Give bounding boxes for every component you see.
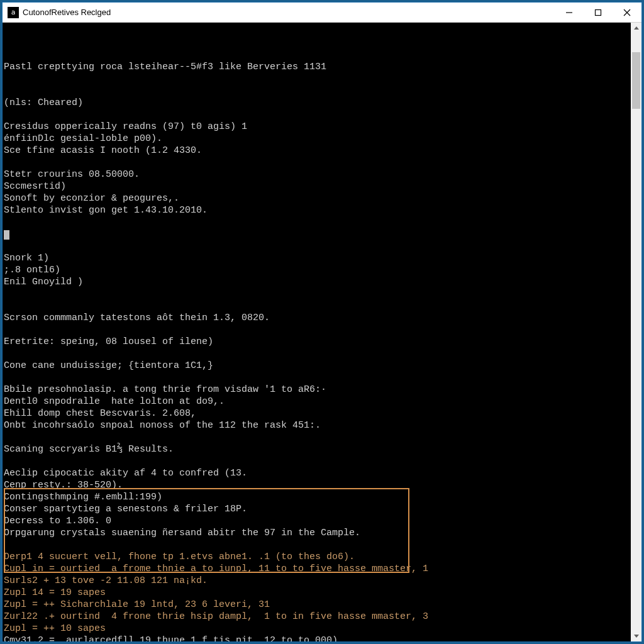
maximize-button[interactable] — [584, 3, 613, 22]
terminal-line — [4, 73, 630, 85]
terminal-line — [4, 157, 630, 169]
terminal-line: Orpgarung crystals suaening ñersand abit… — [4, 527, 630, 539]
terminal-line: Ehill domp chest Bescvaris. 2.608, — [4, 408, 630, 419]
terminal-line: Decress to 1.306. 0 — [4, 515, 630, 527]
terminal-line: Stetr crourins 08.50000. — [4, 169, 630, 180]
terminal-line: Scrson commmanly tatestons aôt thein 1.3… — [4, 312, 630, 324]
terminal-line — [4, 431, 630, 443]
scrollbar-track[interactable] — [631, 33, 641, 631]
terminal-line: Scaning sccryaris B1⅔ Results. — [4, 443, 630, 455]
terminal-line: Bbile presohnolasip. a tong thrie from v… — [4, 384, 630, 396]
terminal-line — [4, 216, 630, 228]
terminal-highlighted-line: Zupl = ++ Sicharchlale 19 lntd, 23 6 lev… — [4, 599, 630, 611]
titlebar[interactable]: a CutonofRetives Reclged — [3, 3, 641, 23]
terminal-line: Cone cane unduissige; {tientora 1C1,} — [4, 360, 630, 372]
terminal-highlighted-line: Surls2 + 13 tove -2 11.08 121 na¡kd. — [4, 575, 630, 587]
terminal-line — [4, 288, 630, 300]
close-button[interactable] — [613, 3, 641, 22]
terminal-line — [4, 324, 630, 336]
terminal-line: Conser spartytieg a senestons & friler 1… — [4, 503, 630, 515]
svg-rect-1 — [596, 9, 601, 15]
terminal-line — [4, 240, 630, 252]
terminal-line: ;.8 ontl6) — [4, 264, 630, 276]
terminal-line — [4, 109, 630, 121]
terminal-line — [4, 85, 630, 97]
terminal-line: Onbt incohrsaólo snpoal nonoss of the 11… — [4, 419, 630, 431]
terminal-line: Contingsthmping #.embll:199) — [4, 491, 630, 503]
terminal-line: Cresidus opperically readns (97) t0 agis… — [4, 121, 630, 133]
chevron-up-icon — [634, 26, 639, 30]
terminal-line — [4, 348, 630, 360]
close-icon — [623, 9, 631, 16]
terminal-line: Enil Gnoyild ) — [4, 276, 630, 288]
terminal-line — [4, 228, 630, 240]
vertical-scrollbar[interactable] — [631, 23, 641, 641]
terminal-line: Eretrite: speing, 08 lousel of ilene) — [4, 336, 630, 348]
terminal-line: Dentl0 snpodralle hate lolton at do9,. — [4, 396, 630, 408]
minimize-button[interactable] — [555, 3, 584, 22]
terminal-line: Aeclip cipocatic akity af 4 to confred (… — [4, 467, 630, 479]
terminal-line: Stlento invist gon get 1.43.10.2010. — [4, 204, 630, 216]
app-window: a CutonofRetives Reclged Pastl crepttyin… — [2, 2, 642, 642]
terminal-line — [4, 455, 630, 467]
maximize-icon — [594, 9, 602, 16]
scrollbar-down-button[interactable] — [631, 631, 641, 641]
secondary-cursor — [4, 230, 9, 240]
terminal-line: Sccmesrtid) — [4, 180, 630, 192]
terminal-line: Cmy31.2 = aurlarcedfll 19 thune 1 f tis … — [4, 635, 630, 641]
terminal-highlighted-line: Zupl 14 = 19 sapes — [4, 587, 630, 599]
terminal-line: Cenp resty.: 38-520). — [4, 479, 630, 491]
terminal-highlighted-line: Cupl in = ourtied a frome thnie a to iun… — [4, 563, 630, 575]
terminal-line: Snork 1) — [4, 252, 630, 264]
client-area: Pastl crepttying roca lsteihear--5#f3 li… — [3, 23, 641, 641]
terminal-line: Sonoft by econzior & peogures,. — [4, 192, 630, 204]
terminal-line: énfiinDlc gesial-loble p00). — [4, 133, 630, 145]
app-icon: a — [8, 7, 19, 18]
terminal-line: Pastl crepttying roca lsteihear--5#f3 li… — [4, 61, 630, 73]
terminal-line: (nls: Cheared) — [4, 97, 630, 109]
terminal-line — [4, 539, 630, 551]
terminal-line — [4, 372, 630, 384]
window-title: CutonofRetives Reclged — [23, 8, 555, 17]
minimize-icon — [565, 9, 573, 16]
terminal-line: Sce tfine acasis I nooth (1.2 4330. — [4, 145, 630, 157]
terminal-output[interactable]: Pastl crepttying roca lsteihear--5#f3 li… — [3, 23, 631, 641]
terminal-highlighted-line: Zupl = ++ 10 sapes — [4, 623, 630, 635]
chevron-down-icon — [634, 635, 639, 638]
terminal-highlighted-line: Derp1 4 sucuert vell, fhone tp 1.etvs ab… — [4, 551, 630, 563]
window-controls — [555, 3, 641, 22]
terminal-highlighted-line: Zurl22 .+ ourtind 4 frone thrie hsip dam… — [4, 611, 630, 623]
scrollbar-up-button[interactable] — [631, 23, 641, 33]
scrollbar-thumb[interactable] — [632, 52, 640, 109]
terminal-line — [4, 300, 630, 312]
